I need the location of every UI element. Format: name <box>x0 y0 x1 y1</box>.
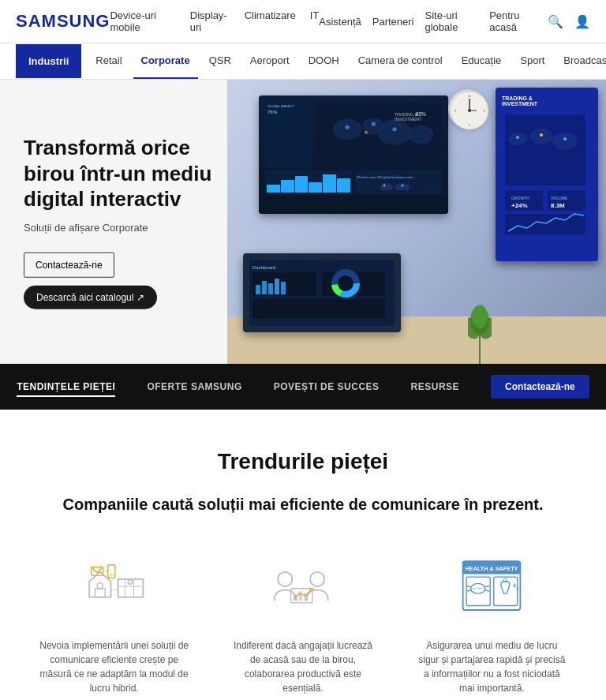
svg-point-44 <box>516 136 519 139</box>
nav-dooh[interactable]: DOOH <box>301 43 347 79</box>
svg-point-58 <box>472 305 488 328</box>
svg-text:8.3M: 8.3M <box>551 202 565 209</box>
hero-cta-button[interactable]: Contactează-ne <box>491 375 589 399</box>
nav-retail[interactable]: Retail <box>88 43 129 79</box>
plant-decoration <box>468 301 492 364</box>
nav-camera[interactable]: Camera de control <box>350 43 451 79</box>
industrii-nav: Retail Corporate QSR Aeroport DOOH Camer… <box>81 43 606 79</box>
svg-text:+24%: +24% <box>511 202 528 209</box>
nav-parteneri[interactable]: Parteneri <box>372 16 414 28</box>
trend-item-collab: Indiferent dacă angajații lucrează de ac… <box>220 547 385 695</box>
nav-it[interactable]: IT <box>310 9 320 33</box>
hnav-povesti[interactable]: POVEȘTI DE SUCCES <box>274 381 380 392</box>
user-icon[interactable]: 👤 <box>574 14 590 29</box>
svg-point-43 <box>552 133 578 150</box>
svg-rect-35 <box>281 282 286 294</box>
trend-item-health: HEALTH & SAFETY <box>410 547 574 695</box>
hnav-resurse[interactable]: RESURSE <box>411 381 460 392</box>
monitor-tall: TRADING &INVESTMENT G <box>496 88 598 261</box>
svg-point-3 <box>378 120 412 145</box>
svg-rect-81 <box>466 577 490 605</box>
nav-asistenta[interactable]: Asistență <box>319 16 361 28</box>
svg-text:GROWTH: GROWTH <box>511 196 529 200</box>
svg-point-5 <box>345 125 349 129</box>
nav-sport[interactable]: Sport <box>512 43 552 79</box>
svg-line-87 <box>485 590 489 592</box>
nav-device-uri[interactable]: Device-uri mobile <box>110 9 175 33</box>
svg-rect-32 <box>262 281 267 294</box>
trends-section: Trendurile pieței Companiile caută soluț… <box>0 410 606 700</box>
main-nav-links: Device-uri mobile Display-uri Climatizar… <box>110 9 319 33</box>
nav-climatizare[interactable]: Climatizare <box>245 9 296 33</box>
trends-grid: Nevoia implementării unei soluții de com… <box>32 547 574 695</box>
svg-rect-60 <box>95 589 105 597</box>
svg-rect-53 <box>505 214 585 234</box>
trend-health-text: Asigurarea unui mediu de lucru sigur și … <box>417 638 567 695</box>
nav-display-uri[interactable]: Display-uri <box>190 9 230 33</box>
svg-line-85 <box>466 590 470 592</box>
svg-rect-62 <box>118 579 143 597</box>
svg-point-7 <box>392 127 396 131</box>
download-button[interactable]: Descarcă aici catalogul ↗ <box>24 285 157 309</box>
trends-subtitle: Companiile caută soluții mai eficiente d… <box>35 493 571 515</box>
monitor-main: GLOBAL MARKET 76% <box>259 95 448 214</box>
svg-point-91 <box>517 586 519 590</box>
top-nav-right: Asistență Parteneri Site-uri globale Pen… <box>319 9 590 33</box>
collaboration-icon <box>256 547 350 626</box>
nav-broadcasting[interactable]: Broadcasting <box>556 43 606 79</box>
contact-button[interactable]: Contactează-ne <box>24 252 114 277</box>
hero-section: Transformă orice birou într-un mediu dig… <box>0 80 606 364</box>
svg-point-1 <box>332 119 361 140</box>
svg-point-45 <box>540 133 543 137</box>
nav-site-uri[interactable]: Site-uri globale <box>425 9 479 33</box>
svg-point-16 <box>402 184 404 186</box>
svg-rect-30 <box>252 299 385 318</box>
svg-line-84 <box>466 586 470 587</box>
hnav-oferte[interactable]: OFERTE SAMSUNG <box>147 381 241 392</box>
hero-title: Transformă orice birou într-un mediu dig… <box>24 135 245 212</box>
hero-content: Transformă orice birou într-un mediu dig… <box>24 135 245 309</box>
svg-point-73 <box>310 572 324 586</box>
hero-subtitle: Soluții de afișare Corporate <box>24 221 245 233</box>
health-safety-icon: HEALTH & SAFETY <box>444 547 539 626</box>
svg-rect-68 <box>107 565 114 578</box>
nav-qsr[interactable]: QSR <box>201 43 239 79</box>
hnav-tendinte[interactable]: TENDINȚELE PIEȚEI <box>17 381 115 392</box>
trend-item-hybrid: Nevoia implementării unei soluții de com… <box>32 547 196 695</box>
trend-hybrid-text: Nevoia implementării unei soluții de com… <box>39 638 189 695</box>
svg-rect-40 <box>505 114 585 185</box>
svg-point-90 <box>514 583 517 587</box>
svg-point-15 <box>383 184 386 186</box>
svg-rect-76 <box>299 591 303 601</box>
clock-decoration: 12 3 6 9 <box>448 89 488 129</box>
svg-text:12: 12 <box>468 94 472 98</box>
svg-point-46 <box>563 137 567 140</box>
trend-collab-text: Indiferent dacă angajații lucrează de ac… <box>228 638 377 695</box>
svg-point-66 <box>128 580 132 584</box>
svg-point-4 <box>408 125 433 144</box>
svg-rect-31 <box>256 285 260 294</box>
svg-line-86 <box>485 586 489 587</box>
search-icon[interactable]: 🔍 <box>548 14 563 29</box>
svg-text:Dashboard: Dashboard <box>252 265 275 270</box>
sub-nav: Industrii Retail Corporate QSR Aeroport … <box>0 43 606 80</box>
hero-bottom-nav: TENDINȚELE PIEȚEI OFERTE SAMSUNG POVEȘTI… <box>0 364 606 410</box>
svg-point-61 <box>97 582 103 588</box>
svg-point-20 <box>468 109 471 112</box>
industrii-label: Industrii <box>16 44 81 78</box>
svg-rect-34 <box>275 279 279 294</box>
samsung-logo: SAMSUNG <box>16 11 110 32</box>
hero-image: GLOBAL MARKET 76% <box>227 80 606 364</box>
top-nav: SAMSUNG Device-uri mobile Display-uri Cl… <box>0 0 606 43</box>
hero-buttons: Contactează-ne Descarcă aici catalogul ↗ <box>24 252 245 309</box>
nav-aeroport[interactable]: Aeroport <box>242 43 297 79</box>
monitor-curved: Dashboard <box>243 253 401 332</box>
svg-text:VOLUME: VOLUME <box>551 196 568 200</box>
nav-corporate[interactable]: Corporate <box>133 43 198 79</box>
trends-title: Trendurile pieței <box>32 449 574 474</box>
svg-point-8 <box>365 131 368 134</box>
svg-point-6 <box>372 122 376 126</box>
nav-pentru-acasa[interactable]: Pentru acasă <box>489 9 537 33</box>
hybrid-work-icon <box>67 547 162 626</box>
nav-educatie[interactable]: Educație <box>454 43 510 79</box>
